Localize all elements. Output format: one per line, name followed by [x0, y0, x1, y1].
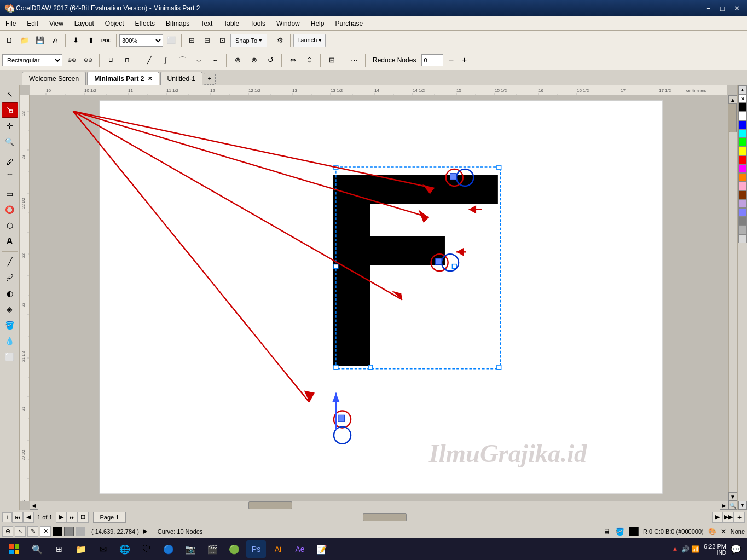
app2-button[interactable]: 🔵 — [159, 540, 178, 558]
search-taskbar-button[interactable]: 🔍 — [27, 540, 47, 558]
node-edit-tool[interactable] — [2, 102, 18, 118]
menu-object[interactable]: Object — [100, 16, 130, 30]
snap-to-dropdown[interactable]: Snap To ▾ — [230, 34, 267, 47]
curve-type1[interactable]: ⌒ — [175, 53, 189, 67]
open-button[interactable]: 📁 — [18, 33, 32, 48]
color-light-purple[interactable] — [738, 199, 747, 208]
node-align-button[interactable]: ⊞ — [325, 53, 339, 67]
to-curve-button[interactable]: ∫ — [159, 53, 173, 67]
color-yellow[interactable] — [738, 147, 747, 155]
add-node-button[interactable]: ⊕⊕ — [65, 53, 79, 67]
scroll-left-button[interactable]: ◀ — [30, 501, 38, 510]
prev-page-button[interactable]: ◀ — [23, 512, 34, 523]
next-page-button[interactable]: ▶ — [56, 512, 67, 523]
zoom-in-doc[interactable]: + — [734, 512, 745, 523]
app5-button[interactable]: 🟢 — [224, 540, 244, 558]
menu-tools[interactable]: Tools — [245, 16, 271, 30]
app4-button[interactable]: 🎬 — [202, 540, 222, 558]
start-button[interactable] — [3, 540, 25, 558]
launch-button[interactable]: Launch ▾ — [293, 34, 326, 47]
elastic-button[interactable]: ⋯ — [347, 53, 361, 67]
color-preview3[interactable] — [76, 527, 85, 536]
color-blue[interactable] — [738, 120, 747, 129]
color-brown[interactable] — [738, 190, 747, 199]
transform-tool[interactable]: ✛ — [2, 118, 18, 134]
pdf-button[interactable]: PDF — [99, 33, 113, 48]
color-orange[interactable] — [738, 173, 747, 182]
grid-button[interactable]: ⊞ — [184, 33, 199, 48]
tab-untitled[interactable]: Untitled-1 — [160, 72, 202, 85]
scroll-right-doc2[interactable]: ▶▶ — [723, 512, 734, 523]
options-button[interactable]: ⚙ — [273, 33, 287, 48]
menu-effects[interactable]: Effects — [130, 16, 160, 30]
page-add-button2[interactable]: ⊞ — [78, 512, 89, 523]
menu-edit[interactable]: Edit — [21, 16, 44, 30]
ellipse-tool[interactable]: ⭕ — [2, 202, 18, 217]
menu-layout[interactable]: Layout — [69, 16, 100, 30]
curve-type3[interactable]: ⌢ — [208, 53, 222, 67]
no-color-swatch[interactable]: ✕ — [738, 94, 747, 103]
tab-welcome[interactable]: Welcome Screen — [22, 72, 86, 85]
color-green[interactable] — [738, 138, 747, 147]
line-tool[interactable]: ╱ — [2, 254, 18, 269]
color-light-blue[interactable] — [738, 208, 747, 217]
pen-tool[interactable]: 🖋 — [2, 270, 18, 285]
save-button[interactable]: 💾 — [33, 33, 47, 48]
color-white[interactable] — [738, 112, 747, 120]
scrollbar-horizontal[interactable]: ◀ ▶ — [30, 501, 728, 510]
reduce-nodes-value[interactable] — [421, 54, 443, 66]
notepad-button[interactable]: 📝 — [312, 540, 332, 558]
rectangle-tool[interactable]: ▭ — [2, 186, 18, 201]
pen-bottom-btn[interactable]: ✎ — [27, 526, 38, 537]
eraser-tool[interactable]: ⬜ — [2, 349, 18, 365]
color-cyan[interactable] — [738, 129, 747, 138]
chrome-button[interactable]: 🌐 — [115, 540, 135, 558]
color-grey-light[interactable] — [738, 234, 747, 243]
reduce-nodes-minus[interactable]: − — [445, 53, 456, 67]
reduce-nodes-plus[interactable]: + — [459, 53, 470, 67]
stroke-color-preview[interactable] — [64, 527, 74, 536]
paint-tool[interactable]: 🪣 — [2, 317, 18, 333]
scrollthumb-horizontal[interactable] — [248, 501, 292, 509]
doc-scrollthumb[interactable] — [363, 513, 407, 521]
minimize-button[interactable]: − — [702, 3, 714, 13]
zoom-select[interactable]: 300% 200% 150% 100% 75% 50% — [119, 34, 163, 47]
color-grey-med[interactable] — [738, 226, 747, 234]
add-page-button[interactable]: + — [2, 512, 12, 522]
page-tab-1[interactable]: Page 1 — [93, 512, 126, 523]
palette-scroll-up[interactable]: ▲ — [738, 85, 747, 94]
color-black[interactable] — [738, 103, 747, 112]
break-nodes-button[interactable]: ⊓ — [120, 53, 134, 67]
app3-button[interactable]: 📷 — [181, 540, 200, 558]
menu-bitmaps[interactable]: Bitmaps — [160, 16, 195, 30]
smart-draw-tool[interactable]: ◈ — [2, 302, 18, 317]
mirror-v-button[interactable]: ⇕ — [302, 53, 316, 67]
aftereffects-button[interactable]: Ae — [290, 540, 310, 558]
join-nodes-button[interactable]: ⊔ — [103, 53, 118, 67]
pick-tool[interactable]: ↖ — [2, 86, 18, 102]
zoom-control-corner[interactable]: 🔍 — [728, 501, 737, 510]
node-tool-btn[interactable]: ↖ — [15, 526, 26, 537]
scrollbar-vertical[interactable]: ▲ ▼ — [728, 95, 737, 501]
palette-scroll-down[interactable]: ▼ — [738, 501, 747, 510]
illustrator-button[interactable]: Ai — [268, 540, 288, 558]
scroll-up-button[interactable]: ▲ — [728, 95, 737, 104]
curve-type2[interactable]: ⌣ — [192, 53, 206, 67]
menu-purchase[interactable]: Purchase — [329, 16, 368, 30]
color-grey-dark[interactable] — [738, 217, 747, 226]
bezier-tool[interactable]: ⌒ — [2, 170, 18, 186]
zoom-tool[interactable]: 🔍 — [2, 134, 18, 149]
text-tool[interactable]: A — [2, 234, 18, 249]
menu-table[interactable]: Table — [218, 16, 245, 30]
color-magenta[interactable] — [738, 164, 747, 173]
first-page-button[interactable]: ⏮ — [12, 512, 23, 523]
menu-window[interactable]: Window — [271, 16, 305, 30]
color-red[interactable] — [738, 155, 747, 164]
eyedropper-tool[interactable]: 💧 — [2, 333, 18, 349]
menu-view[interactable]: View — [44, 16, 69, 30]
polygon-tool[interactable]: ⬡ — [2, 218, 18, 233]
menu-text[interactable]: Text — [195, 16, 218, 30]
task-view-button[interactable]: ⊞ — [49, 540, 69, 558]
mirror-h-button[interactable]: ⇔ — [286, 53, 300, 67]
doc-scrollbar[interactable] — [130, 513, 712, 522]
